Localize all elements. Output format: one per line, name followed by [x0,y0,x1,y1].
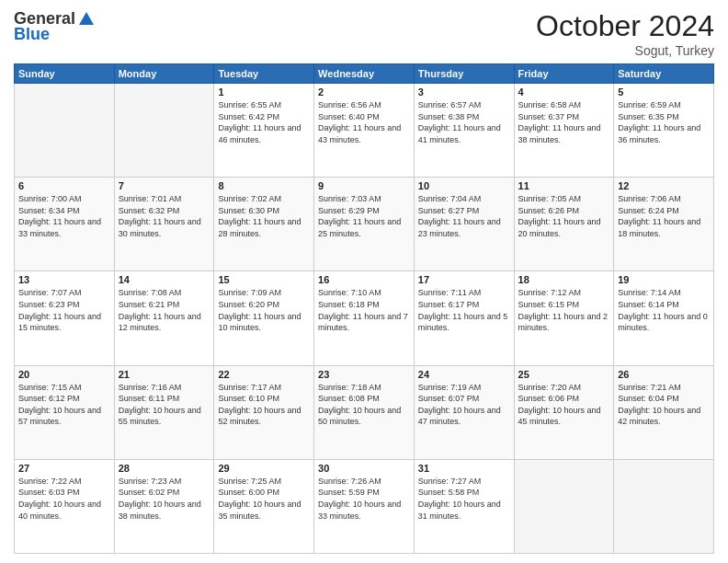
calendar-cell: 16Sunrise: 7:10 AM Sunset: 6:18 PM Dayli… [314,271,415,365]
calendar-week-4: 20Sunrise: 7:15 AM Sunset: 6:12 PM Dayli… [15,365,714,459]
weekday-header-sunday: Sunday [15,64,115,84]
day-number: 8 [218,180,310,191]
day-info: Sunrise: 7:22 AM Sunset: 6:03 PM Dayligh… [18,476,110,522]
day-number: 14 [119,274,210,285]
calendar-cell: 4Sunrise: 6:58 AM Sunset: 6:37 PM Daylig… [514,84,614,178]
weekday-header-tuesday: Tuesday [214,64,314,84]
calendar-cell: 30Sunrise: 7:26 AM Sunset: 5:59 PM Dayli… [314,459,415,553]
calendar-cell: 14Sunrise: 7:08 AM Sunset: 6:21 PM Dayli… [114,271,214,365]
day-info: Sunrise: 6:59 AM Sunset: 6:35 PM Dayligh… [618,99,710,145]
day-number: 1 [218,86,310,98]
day-info: Sunrise: 7:07 AM Sunset: 6:23 PM Dayligh… [18,287,110,333]
day-info: Sunrise: 7:09 AM Sunset: 6:20 PM Dayligh… [218,287,310,333]
calendar-cell: 27Sunrise: 7:22 AM Sunset: 6:03 PM Dayli… [15,459,115,553]
day-info: Sunrise: 7:15 AM Sunset: 6:12 PM Dayligh… [18,382,110,428]
day-number: 13 [18,274,110,285]
calendar-cell: 2Sunrise: 6:56 AM Sunset: 6:40 PM Daylig… [314,84,415,178]
calendar-cell: 24Sunrise: 7:19 AM Sunset: 6:07 PM Dayli… [414,365,514,459]
day-info: Sunrise: 7:01 AM Sunset: 6:32 PM Dayligh… [119,193,210,239]
day-info: Sunrise: 7:10 AM Sunset: 6:18 PM Dayligh… [318,287,410,333]
day-number: 11 [518,180,610,191]
day-info: Sunrise: 7:04 AM Sunset: 6:27 PM Dayligh… [418,193,510,239]
calendar-cell: 10Sunrise: 7:04 AM Sunset: 6:27 PM Dayli… [414,178,514,271]
calendar-cell: 20Sunrise: 7:15 AM Sunset: 6:12 PM Dayli… [15,365,115,459]
calendar-cell: 26Sunrise: 7:21 AM Sunset: 6:04 PM Dayli… [614,365,714,459]
day-info: Sunrise: 7:03 AM Sunset: 6:29 PM Dayligh… [318,193,410,239]
day-number: 3 [418,86,510,98]
page: General Blue October 2024 Sogut, Turkey … [0,0,728,563]
day-number: 25 [518,369,610,380]
logo: General Blue [14,9,96,44]
calendar-week-1: 1Sunrise: 6:55 AM Sunset: 6:42 PM Daylig… [15,84,714,178]
weekday-header-wednesday: Wednesday [314,64,415,84]
calendar-table: SundayMondayTuesdayWednesdayThursdayFrid… [14,63,714,554]
calendar-cell: 17Sunrise: 7:11 AM Sunset: 6:17 PM Dayli… [414,271,514,365]
day-info: Sunrise: 7:26 AM Sunset: 5:59 PM Dayligh… [318,476,410,522]
day-number: 28 [119,463,210,474]
calendar-cell [15,84,115,178]
calendar-week-2: 6Sunrise: 7:00 AM Sunset: 6:34 PM Daylig… [15,178,714,271]
day-info: Sunrise: 7:20 AM Sunset: 6:06 PM Dayligh… [518,382,610,428]
day-number: 21 [119,369,210,380]
calendar-cell: 23Sunrise: 7:18 AM Sunset: 6:08 PM Dayli… [314,365,415,459]
calendar-cell [614,459,714,553]
day-number: 23 [318,369,410,380]
calendar-cell: 28Sunrise: 7:23 AM Sunset: 6:02 PM Dayli… [114,459,214,553]
day-number: 10 [418,180,510,191]
calendar-cell [114,84,214,178]
calendar-week-5: 27Sunrise: 7:22 AM Sunset: 6:03 PM Dayli… [15,459,714,553]
svg-marker-0 [79,12,94,25]
day-number: 5 [618,86,710,98]
weekday-header-row: SundayMondayTuesdayWednesdayThursdayFrid… [15,64,714,84]
day-number: 18 [518,274,610,285]
day-info: Sunrise: 6:57 AM Sunset: 6:38 PM Dayligh… [418,99,510,145]
logo-icon [77,10,96,29]
day-number: 12 [618,180,710,191]
calendar-cell: 25Sunrise: 7:20 AM Sunset: 6:06 PM Dayli… [514,365,614,459]
day-number: 30 [318,463,410,474]
day-info: Sunrise: 7:27 AM Sunset: 5:58 PM Dayligh… [418,476,510,522]
day-info: Sunrise: 7:06 AM Sunset: 6:24 PM Dayligh… [618,193,710,239]
calendar-cell: 18Sunrise: 7:12 AM Sunset: 6:15 PM Dayli… [514,271,614,365]
day-number: 2 [318,86,410,98]
calendar-cell: 22Sunrise: 7:17 AM Sunset: 6:10 PM Dayli… [214,365,314,459]
calendar-cell: 6Sunrise: 7:00 AM Sunset: 6:34 PM Daylig… [15,178,115,271]
day-number: 16 [318,274,410,285]
calendar-cell: 19Sunrise: 7:14 AM Sunset: 6:14 PM Dayli… [614,271,714,365]
day-info: Sunrise: 6:58 AM Sunset: 6:37 PM Dayligh… [518,99,610,145]
day-number: 19 [618,274,710,285]
location: Sogut, Turkey [536,43,714,58]
day-number: 29 [218,463,310,474]
day-number: 4 [518,86,610,98]
header: General Blue October 2024 Sogut, Turkey [14,9,714,58]
day-info: Sunrise: 7:19 AM Sunset: 6:07 PM Dayligh… [418,382,510,428]
day-info: Sunrise: 7:14 AM Sunset: 6:14 PM Dayligh… [618,287,710,333]
weekday-header-saturday: Saturday [614,64,714,84]
calendar-cell: 1Sunrise: 6:55 AM Sunset: 6:42 PM Daylig… [214,84,314,178]
day-number: 22 [218,369,310,380]
calendar-cell: 8Sunrise: 7:02 AM Sunset: 6:30 PM Daylig… [214,178,314,271]
day-info: Sunrise: 7:23 AM Sunset: 6:02 PM Dayligh… [119,476,210,522]
calendar-cell [514,459,614,553]
day-info: Sunrise: 7:25 AM Sunset: 6:00 PM Dayligh… [218,476,310,522]
day-info: Sunrise: 7:02 AM Sunset: 6:30 PM Dayligh… [218,193,310,239]
calendar-cell: 5Sunrise: 6:59 AM Sunset: 6:35 PM Daylig… [614,84,714,178]
day-info: Sunrise: 6:56 AM Sunset: 6:40 PM Dayligh… [318,99,410,145]
calendar-cell: 15Sunrise: 7:09 AM Sunset: 6:20 PM Dayli… [214,271,314,365]
day-number: 27 [18,463,110,474]
day-info: Sunrise: 7:12 AM Sunset: 6:15 PM Dayligh… [518,287,610,333]
day-number: 7 [119,180,210,191]
day-info: Sunrise: 7:17 AM Sunset: 6:10 PM Dayligh… [218,382,310,428]
calendar-cell: 31Sunrise: 7:27 AM Sunset: 5:58 PM Dayli… [414,459,514,553]
day-number: 24 [418,369,510,380]
calendar-cell: 3Sunrise: 6:57 AM Sunset: 6:38 PM Daylig… [414,84,514,178]
day-number: 17 [418,274,510,285]
day-info: Sunrise: 7:18 AM Sunset: 6:08 PM Dayligh… [318,382,410,428]
day-number: 26 [618,369,710,380]
calendar-cell: 13Sunrise: 7:07 AM Sunset: 6:23 PM Dayli… [15,271,115,365]
calendar-cell: 29Sunrise: 7:25 AM Sunset: 6:00 PM Dayli… [214,459,314,553]
day-number: 15 [218,274,310,285]
month-title: October 2024 [536,9,714,43]
day-number: 31 [418,463,510,474]
calendar-cell: 21Sunrise: 7:16 AM Sunset: 6:11 PM Dayli… [114,365,214,459]
